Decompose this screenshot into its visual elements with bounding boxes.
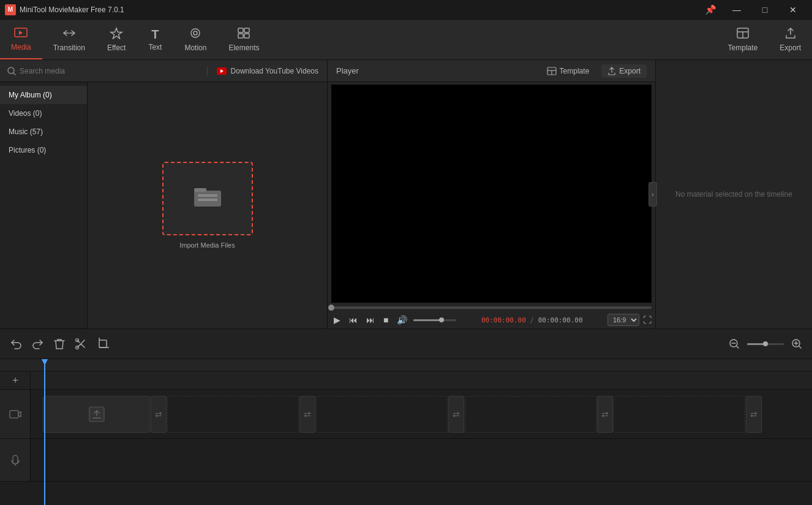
toolbar-item-media[interactable]: Media	[0, 20, 42, 59]
clip-0[interactable]	[43, 396, 150, 433]
cut-icon	[75, 338, 87, 350]
audio-track-content	[31, 439, 812, 481]
redo-button[interactable]	[29, 336, 47, 352]
import-media-label: Import Media Files	[179, 241, 235, 249]
sidebar-videos-label: Videos (0)	[9, 109, 42, 118]
aspect-ratio-select[interactable]: 16:9 9:16 4:3 1:1	[607, 314, 639, 326]
crop-button[interactable]	[94, 335, 111, 352]
media-sidebar: My Album (0) Videos (0) Music (57) Pictu…	[0, 82, 88, 328]
download-youtube-button[interactable]: Download YouTube Videos	[208, 67, 327, 75]
pin-button[interactable]: 📌	[703, 2, 718, 17]
volume-slider[interactable]	[413, 319, 456, 321]
play-button[interactable]: ▶	[331, 314, 343, 326]
time-total: 00:00:00.00	[538, 316, 583, 324]
transition-2[interactable]: ⇄	[448, 396, 464, 433]
prev-frame-button[interactable]: ⏮	[347, 314, 360, 326]
template-button[interactable]: Template	[542, 64, 595, 78]
video-track-content: ⇄ ⇄ ⇄ ⇄ ⇄	[31, 390, 812, 438]
timeline-tracks: ＋ ⇄ ⇄	[0, 371, 812, 505]
video-track-clips: ⇄ ⇄ ⇄ ⇄ ⇄	[43, 396, 762, 433]
toolbar-item-motion[interactable]: Motion	[173, 20, 217, 59]
toolbar-item-transition[interactable]: Transition	[42, 20, 96, 59]
svg-line-32	[799, 346, 801, 348]
audio-track-label	[0, 439, 31, 481]
sidebar-item-album[interactable]: My Album (0)	[0, 86, 87, 104]
player-header: Player Template Export	[328, 60, 655, 82]
transition-3[interactable]: ⇄	[597, 396, 613, 433]
audio-track-icon	[10, 454, 21, 466]
zoom-slider[interactable]	[747, 343, 784, 345]
svg-point-3	[194, 31, 197, 35]
progress-bar[interactable]	[331, 306, 652, 309]
redo-icon	[32, 338, 44, 349]
collapse-panel-button[interactable]: ›	[648, 182, 657, 207]
player-label: Player	[336, 66, 359, 75]
search-media-container	[0, 67, 208, 75]
clip-2[interactable]	[316, 396, 448, 433]
toolbar-item-export[interactable]: Export	[769, 20, 812, 59]
toolbar-item-elements[interactable]: Elements	[217, 20, 270, 59]
search-input[interactable]	[20, 67, 93, 75]
svg-point-2	[191, 29, 200, 37]
clip-3[interactable]	[465, 396, 596, 433]
clip-import-icon	[88, 406, 105, 423]
progress-thumb[interactable]	[328, 305, 334, 311]
undo-button[interactable]	[7, 336, 24, 352]
player-controls-row: ▶ ⏮ ⏭ ■ 🔊 00:00:00.00 / 00:00:00.00 16:9…	[331, 314, 652, 326]
svg-rect-16	[198, 194, 217, 197]
delete-button[interactable]	[51, 335, 67, 352]
toolbar-label-transition: Transition	[53, 44, 85, 52]
zoom-out-button[interactable]	[726, 336, 742, 352]
zoom-thumb	[763, 341, 768, 346]
next-frame-button[interactable]: ⏭	[364, 314, 377, 326]
sidebar-item-music[interactable]: Music (57)	[0, 123, 87, 141]
toolbar-item-text[interactable]: T Text	[137, 20, 173, 59]
svg-rect-15	[194, 188, 206, 192]
undo-icon	[10, 338, 22, 349]
toolbar-label-media: Media	[11, 43, 31, 51]
title-bar: M MiniTool MovieMaker Free 7.0.1 📌 — □ ✕	[0, 0, 812, 20]
add-track-button[interactable]: ＋	[10, 374, 20, 387]
import-media-box[interactable]	[162, 162, 253, 235]
media-main: Import Media Files	[88, 82, 327, 328]
svg-rect-5	[244, 28, 249, 32]
youtube-icon	[216, 67, 227, 75]
cut-button[interactable]	[72, 335, 89, 352]
sidebar-item-videos[interactable]: Videos (0)	[0, 104, 87, 123]
fullscreen-button[interactable]: ⛶	[643, 315, 652, 325]
clip-4[interactable]	[614, 396, 745, 433]
time-display: 00:00:00.00 / 00:00:00.00	[460, 316, 604, 324]
toolbar-item-template[interactable]: Template	[717, 20, 769, 59]
folder-icon	[193, 183, 222, 214]
text-icon: T	[151, 28, 159, 40]
app-title: MiniTool MovieMaker Free 7.0.1	[20, 6, 124, 14]
export-button[interactable]: Export	[601, 64, 647, 78]
sidebar-pictures-label: Pictures (0)	[9, 146, 46, 154]
zoom-in-button[interactable]	[789, 336, 805, 352]
volume-fill	[413, 319, 442, 321]
clip-1[interactable]	[167, 396, 299, 433]
svg-rect-4	[238, 28, 243, 32]
player-panel: Player Template Export ▶	[328, 60, 655, 328]
template-icon	[736, 27, 750, 41]
toolbar-item-effect[interactable]: Effect	[96, 20, 137, 59]
title-bar-left: M MiniTool MovieMaker Free 7.0.1	[5, 4, 124, 15]
download-youtube-label: Download YouTube Videos	[231, 67, 318, 75]
stop-button[interactable]: ■	[381, 314, 391, 326]
transition-icon	[62, 27, 76, 41]
sidebar-item-pictures[interactable]: Pictures (0)	[0, 141, 87, 159]
transition-4[interactable]: ⇄	[746, 396, 762, 433]
minimize-button[interactable]: —	[723, 0, 751, 20]
transition-0[interactable]: ⇄	[151, 396, 167, 433]
timeline-ruler	[0, 359, 812, 371]
main-area: Download YouTube Videos My Album (0) Vid…	[0, 60, 812, 328]
restore-button[interactable]: □	[751, 0, 779, 20]
svg-rect-33	[10, 411, 18, 418]
add-track-row: ＋	[0, 371, 812, 390]
transition-1[interactable]: ⇄	[299, 396, 315, 433]
media-icon	[14, 26, 28, 40]
zoom-controls	[726, 336, 805, 352]
volume-button[interactable]: 🔊	[394, 314, 410, 326]
close-button[interactable]: ✕	[779, 0, 807, 20]
svg-marker-1	[111, 28, 122, 39]
